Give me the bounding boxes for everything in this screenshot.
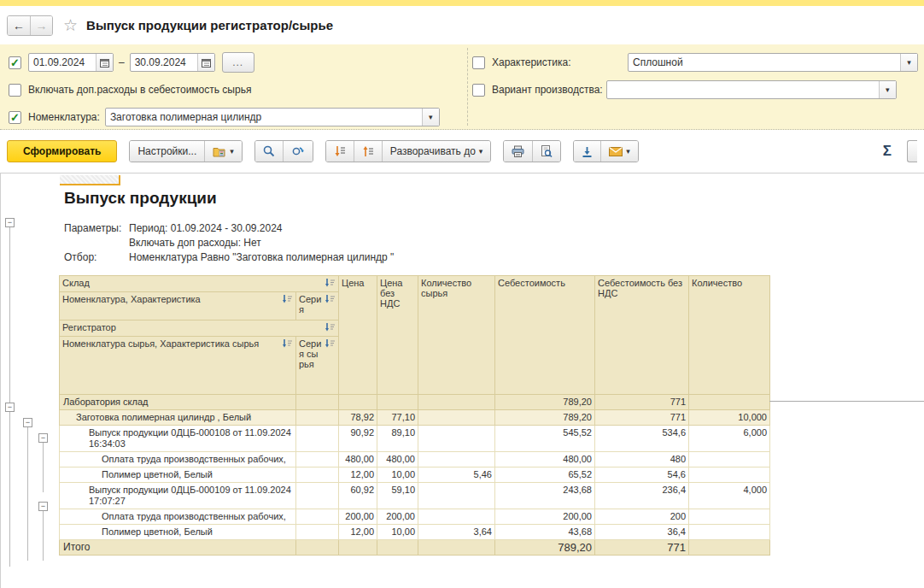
- table-row[interactable]: Оплата труда производственных рабочих, 2…: [60, 509, 770, 525]
- header-price-no-vat[interactable]: Цена без НДС: [377, 276, 418, 395]
- value-cell-cost-no-vat[interactable]: 771: [595, 540, 689, 556]
- value-cell-price[interactable]: [339, 395, 377, 410]
- row-name-cell[interactable]: Выпуск продукции 0ДЦБ-000109 от 11.09.20…: [60, 483, 296, 509]
- table-row[interactable]: Лаборатория склад 789,20 771: [60, 395, 770, 410]
- value-cell-price-no-vat[interactable]: 77,10: [377, 410, 418, 426]
- table-row[interactable]: Итого 789,20 771: [60, 540, 770, 556]
- value-cell-price-no-vat[interactable]: 480,00: [377, 452, 418, 467]
- value-cell-qty[interactable]: 4,000: [689, 483, 770, 509]
- header-nomenclature[interactable]: Номенклатура, Характеристика: [60, 292, 296, 320]
- value-cell-cost[interactable]: 65,52: [495, 467, 595, 483]
- value-cell-cost[interactable]: 200,00: [495, 509, 595, 525]
- row-seria-cell[interactable]: [296, 410, 339, 426]
- collapse-toggle-warehouse[interactable]: −: [5, 403, 15, 412]
- calendar-icon[interactable]: [197, 54, 214, 71]
- value-cell-price[interactable]: 12,00: [339, 525, 377, 540]
- search-next-button[interactable]: [283, 141, 313, 162]
- value-cell-cost-no-vat[interactable]: 200: [595, 509, 689, 525]
- value-cell-price-no-vat[interactable]: 10,00: [377, 467, 418, 483]
- header-raw-seria[interactable]: Серия сырья: [296, 337, 339, 395]
- collapse-toggle-doc1[interactable]: −: [38, 433, 48, 443]
- characteristic-combo[interactable]: Сплошной ▾: [628, 53, 918, 72]
- table-row[interactable]: Полимер цветной, Белый 12,00 10,00 3,64 …: [60, 525, 770, 540]
- value-cell-qty[interactable]: [689, 525, 770, 540]
- email-button[interactable]: ▾: [600, 141, 638, 162]
- row-name-cell[interactable]: Оплата труда производственных рабочих,: [60, 452, 296, 467]
- header-registrator[interactable]: Регистратор: [60, 320, 339, 337]
- value-cell-cost-no-vat[interactable]: 36,4: [595, 525, 689, 540]
- sum-sigma-button[interactable]: Σ: [883, 143, 895, 160]
- value-cell-qty[interactable]: 6,000: [689, 426, 770, 452]
- row-seria-cell[interactable]: [296, 467, 339, 483]
- value-cell-qty[interactable]: [689, 467, 770, 483]
- value-cell-cost[interactable]: 43,68: [495, 525, 595, 540]
- row-name-cell[interactable]: Лаборатория склад: [60, 395, 296, 410]
- production-variant-combo[interactable]: ▾: [606, 80, 897, 99]
- value-cell-qty-raw[interactable]: 3,64: [418, 525, 495, 540]
- value-cell-cost-no-vat[interactable]: 236,4: [595, 483, 689, 509]
- value-cell-cost-no-vat[interactable]: 480: [595, 452, 689, 467]
- row-name-cell[interactable]: Итого: [60, 540, 296, 556]
- value-cell-qty-raw[interactable]: [418, 426, 495, 452]
- value-cell-cost[interactable]: 545,52: [495, 426, 595, 452]
- value-cell-cost[interactable]: 243,68: [495, 483, 595, 509]
- value-cell-qty-raw[interactable]: [418, 410, 495, 426]
- collapse-toggle-product[interactable]: −: [23, 418, 32, 427]
- table-row[interactable]: Оплата труда производственных рабочих, 4…: [60, 452, 770, 467]
- calendar-icon[interactable]: [96, 54, 113, 71]
- header-qty-raw[interactable]: Количество сырья: [418, 276, 495, 395]
- value-cell-price[interactable]: 78,92: [339, 410, 377, 426]
- collapse-toggle-doc2[interactable]: −: [38, 502, 48, 511]
- period-from-field[interactable]: 01.09.2024: [28, 53, 114, 72]
- settings-button[interactable]: Настройки...: [130, 141, 204, 162]
- save-button[interactable]: [574, 141, 600, 162]
- header-cost-no-vat[interactable]: Себестоимость без НДС: [595, 276, 689, 395]
- header-qty[interactable]: Количество: [689, 276, 770, 395]
- print-button[interactable]: [504, 141, 532, 162]
- value-cell-price[interactable]: 90,92: [339, 426, 377, 452]
- value-cell-qty-raw[interactable]: [418, 395, 495, 410]
- include-costs-checkbox[interactable]: [9, 84, 21, 97]
- production-variant-checkbox[interactable]: [472, 84, 485, 97]
- header-seria[interactable]: Серия: [296, 292, 339, 320]
- value-cell-price-no-vat[interactable]: 200,00: [377, 509, 418, 525]
- header-cost[interactable]: Себестоимость: [495, 276, 595, 395]
- row-seria-cell[interactable]: [296, 452, 339, 467]
- forward-button[interactable]: →: [30, 16, 52, 35]
- chevron-down-icon[interactable]: ▾: [422, 109, 439, 126]
- row-name-cell[interactable]: Выпуск продукции 0ДЦБ-000108 от 11.09.20…: [60, 426, 296, 452]
- row-seria-cell[interactable]: [296, 525, 339, 540]
- report-variants-button[interactable]: ▾: [204, 141, 242, 162]
- selected-cell-marker[interactable]: [60, 175, 120, 185]
- header-raw-nomenclature[interactable]: Номенклатура сырья, Характеристика сырья: [60, 337, 296, 395]
- value-cell-price-no-vat[interactable]: 10,00: [377, 525, 418, 540]
- header-sklad[interactable]: Склад: [60, 276, 339, 292]
- table-row[interactable]: Выпуск продукции 0ДЦБ-000109 от 11.09.20…: [60, 483, 770, 509]
- value-cell-cost-no-vat[interactable]: 534,6: [595, 426, 689, 452]
- period-checkbox[interactable]: ✓: [9, 56, 21, 69]
- value-cell-qty[interactable]: [689, 452, 770, 467]
- value-cell-qty[interactable]: [689, 509, 770, 525]
- search-button[interactable]: [255, 141, 283, 162]
- value-cell-cost-no-vat[interactable]: 771: [595, 410, 689, 426]
- table-row[interactable]: Выпуск продукции 0ДЦБ-000108 от 11.09.20…: [60, 426, 770, 452]
- value-cell-qty[interactable]: [689, 540, 770, 556]
- value-cell-price-no-vat[interactable]: [377, 540, 418, 556]
- chevron-down-icon[interactable]: ▾: [900, 54, 917, 71]
- value-cell-qty-raw[interactable]: 5,46: [418, 467, 495, 483]
- value-cell-price[interactable]: 480,00: [339, 452, 377, 467]
- chevron-down-icon[interactable]: ▾: [879, 81, 896, 98]
- period-to-field[interactable]: 30.09.2024: [130, 53, 215, 72]
- value-cell-qty-raw[interactable]: [418, 452, 495, 467]
- row-seria-cell[interactable]: [296, 426, 339, 452]
- value-cell-qty-raw[interactable]: [418, 483, 495, 509]
- value-cell-price[interactable]: 200,00: [339, 509, 377, 525]
- characteristic-checkbox[interactable]: [472, 56, 485, 69]
- period-more-button[interactable]: ...: [222, 52, 254, 73]
- print-preview-button[interactable]: [532, 141, 560, 162]
- value-cell-price-no-vat[interactable]: 89,10: [377, 426, 418, 452]
- row-name-cell[interactable]: Заготовка полимерная цилиндр , Белый: [60, 410, 296, 426]
- generate-button[interactable]: Сформировать: [7, 140, 117, 162]
- row-seria-cell[interactable]: [296, 509, 339, 525]
- back-button[interactable]: ←: [8, 16, 30, 35]
